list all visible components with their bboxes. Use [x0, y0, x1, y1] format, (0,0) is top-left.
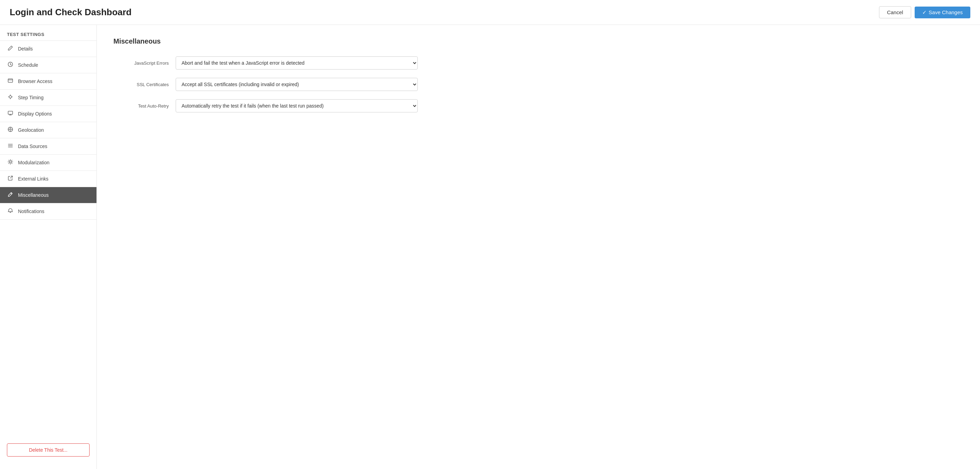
step-timing-icon [7, 94, 14, 101]
sidebar-item-label-step-timing: Step Timing [18, 95, 44, 100]
sidebar-item-label-geolocation: Geolocation [18, 127, 44, 133]
display-options-icon [7, 110, 14, 117]
select-test-auto-retry[interactable]: Automatically retry the test if it fails… [176, 99, 418, 113]
geolocation-icon [7, 127, 14, 134]
sidebar-item-step-timing[interactable]: Step Timing [0, 90, 97, 106]
label-test-auto-retry: Test Auto-Retry [113, 103, 169, 109]
data-sources-icon [7, 143, 14, 150]
modularization-icon [7, 159, 14, 166]
sidebar-item-label-modularization: Modularization [18, 160, 49, 165]
header-actions: Cancel ✓ Save Changes [879, 6, 970, 18]
sidebar-item-external-links[interactable]: External Links [0, 171, 97, 187]
svg-point-2 [10, 96, 12, 98]
sidebar-item-display-options[interactable]: Display Options [0, 106, 97, 122]
sidebar-item-label-browser-access: Browser Access [18, 78, 52, 84]
delete-test-button[interactable]: Delete This Test... [7, 444, 89, 456]
sidebar-item-data-sources[interactable]: Data Sources [0, 138, 97, 154]
sidebar-item-label-external-links: External Links [18, 176, 48, 181]
notifications-icon [7, 208, 14, 215]
settings-form: JavaScript ErrorsAbort and fail the test… [113, 56, 963, 113]
form-group-js-errors: JavaScript ErrorsAbort and fail the test… [113, 56, 963, 70]
page-title: Login and Check Dashboard [10, 7, 132, 17]
sidebar: Test Settings DetailsScheduleBrowser Acc… [0, 25, 97, 469]
save-check-icon: ✓ [922, 10, 927, 16]
form-group-test-auto-retry: Test Auto-RetryAutomatically retry the t… [113, 99, 963, 113]
browser-access-icon [7, 78, 14, 85]
sidebar-nav: DetailsScheduleBrowser AccessStep Timing… [0, 40, 97, 219]
miscellaneous-title: Miscellaneous [113, 37, 963, 45]
label-js-errors: JavaScript Errors [113, 60, 169, 66]
svg-rect-1 [8, 79, 13, 82]
sidebar-item-label-notifications: Notifications [18, 208, 44, 214]
sidebar-footer: Delete This Test... [0, 437, 97, 463]
schedule-icon [7, 62, 14, 68]
svg-point-5 [10, 129, 11, 130]
select-js-errors[interactable]: Abort and fail the test when a JavaScrip… [176, 56, 418, 70]
page-header: Login and Check Dashboard Cancel ✓ Save … [0, 0, 980, 25]
sidebar-item-label-details: Details [18, 46, 33, 51]
sidebar-item-label-display-options: Display Options [18, 111, 52, 116]
sidebar-item-miscellaneous[interactable]: Miscellaneous [0, 187, 97, 203]
label-ssl-certificates: SSL Certificates [113, 82, 169, 87]
sidebar-item-browser-access[interactable]: Browser Access [0, 73, 97, 90]
save-button-label: Save Changes [929, 10, 963, 15]
miscellaneous-icon [7, 192, 14, 199]
save-button[interactable]: ✓ Save Changes [915, 6, 970, 18]
main-content: Miscellaneous JavaScript ErrorsAbort and… [97, 25, 980, 469]
external-links-icon [7, 175, 14, 182]
sidebar-item-schedule[interactable]: Schedule [0, 57, 97, 73]
sidebar-item-label-miscellaneous: Miscellaneous [18, 192, 49, 198]
sidebar-section-title: Test Settings [0, 32, 97, 40]
sidebar-item-label-schedule: Schedule [18, 62, 38, 68]
svg-point-6 [10, 161, 11, 163]
select-ssl-certificates[interactable]: Accept all SSL certificates (including i… [176, 78, 418, 91]
sidebar-item-notifications[interactable]: Notifications [0, 203, 97, 219]
sidebar-item-modularization[interactable]: Modularization [0, 154, 97, 171]
svg-rect-3 [8, 111, 13, 114]
main-layout: Test Settings DetailsScheduleBrowser Acc… [0, 25, 980, 469]
form-group-ssl-certificates: SSL CertificatesAccept all SSL certifica… [113, 78, 963, 91]
sidebar-item-details[interactable]: Details [0, 40, 97, 57]
sidebar-item-label-data-sources: Data Sources [18, 143, 48, 149]
sidebar-item-geolocation[interactable]: Geolocation [0, 122, 97, 138]
cancel-button[interactable]: Cancel [879, 6, 911, 18]
details-icon [7, 45, 14, 52]
